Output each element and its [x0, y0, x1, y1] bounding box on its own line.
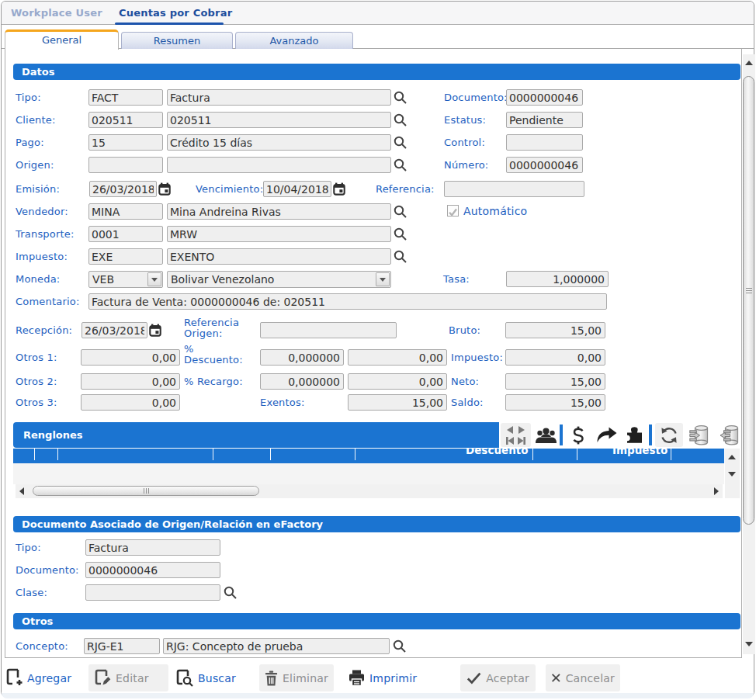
concepto-desc-input[interactable] — [163, 638, 390, 654]
numero-input[interactable] — [506, 157, 583, 173]
puzzle-icon[interactable] — [626, 426, 643, 444]
buscar-button[interactable]: Buscar — [170, 664, 242, 691]
moneda-code-dropdown-icon[interactable] — [147, 272, 161, 286]
descuento-monto-input[interactable] — [348, 349, 447, 366]
neto-label: Neto: — [451, 373, 479, 390]
grid-scroll-down-icon[interactable] — [728, 472, 736, 476]
referencia-input[interactable] — [444, 181, 584, 197]
docasoc-clase-input[interactable] — [85, 584, 220, 601]
tab-resumen[interactable]: Resumen — [121, 32, 233, 49]
main-scroll-down-icon[interactable] — [745, 642, 753, 646]
vencimiento-calendar-icon[interactable] — [333, 182, 346, 196]
main-scroll-up-icon[interactable] — [745, 61, 753, 65]
docasoc-tipo-label: Tipo: — [16, 539, 41, 556]
comentario-input[interactable] — [88, 293, 607, 310]
cliente-code-input[interactable] — [88, 112, 163, 128]
window-tab-cuentas-por-cobrar[interactable]: Cuentas por Cobrar — [119, 2, 232, 25]
descuento-pct-input[interactable] — [260, 349, 344, 366]
cancelar-button[interactable]: Cancelar — [546, 664, 620, 691]
vendedor-search-icon[interactable] — [393, 204, 408, 220]
otros1-input[interactable] — [81, 349, 180, 366]
db-import-icon[interactable] — [720, 425, 739, 445]
pago-desc-input[interactable] — [167, 134, 391, 151]
tab-avanzado[interactable]: Avanzado — [235, 32, 353, 49]
documento-input[interactable] — [506, 89, 583, 106]
vencimiento-date-input[interactable] — [263, 181, 331, 197]
saldo-label: Saldo: — [451, 394, 484, 411]
grid-scroll-right-icon[interactable] — [714, 487, 719, 495]
recepcion-calendar-icon[interactable] — [149, 324, 162, 337]
docasoc-tipo-input[interactable] — [85, 539, 220, 556]
impuesto-desc-input[interactable] — [167, 248, 391, 265]
origen-desc-input[interactable] — [167, 157, 391, 173]
nav-arrows-button[interactable] — [501, 423, 531, 447]
dollar-icon[interactable] — [572, 426, 584, 445]
aceptar-button[interactable]: Aceptar — [460, 664, 536, 691]
origen-code-input[interactable] — [88, 157, 163, 173]
recargo-pct-input[interactable] — [260, 373, 344, 390]
estatus-input[interactable] — [506, 112, 583, 128]
share-arrow-icon[interactable] — [596, 427, 617, 443]
recargo-monto-input[interactable] — [348, 373, 447, 390]
main-vscrollbar-thumb[interactable] — [743, 76, 754, 525]
emision-label: Emisión: — [16, 181, 60, 197]
otros3-label: Otros 3: — [16, 394, 57, 411]
emision-calendar-icon[interactable] — [158, 182, 172, 196]
grid-hscrollbar[interactable] — [16, 484, 723, 498]
moneda-code-select[interactable]: VEB — [88, 271, 163, 288]
tab-general[interactable]: General — [5, 29, 119, 50]
users-icon[interactable] — [535, 427, 557, 444]
vendedor-code-input[interactable] — [88, 203, 163, 220]
control-input[interactable] — [506, 134, 583, 151]
cliente-search-icon[interactable] — [393, 113, 408, 128]
transporte-desc-input[interactable] — [167, 226, 391, 242]
grid-body[interactable] — [13, 463, 724, 484]
recepcion-date-input[interactable] — [81, 322, 147, 338]
imprimir-button[interactable]: Imprimir — [342, 664, 423, 691]
eliminar-button[interactable]: Eliminar — [259, 664, 334, 691]
tasa-input[interactable] — [506, 271, 609, 287]
vendedor-desc-input[interactable] — [167, 203, 391, 220]
grid-hscrollbar-thumb[interactable] — [33, 486, 259, 496]
origen-search-icon[interactable] — [393, 158, 408, 173]
docasoc-documento-input[interactable] — [85, 562, 220, 578]
emision-date-input[interactable] — [89, 181, 157, 197]
transporte-code-input[interactable] — [88, 226, 163, 242]
agregar-button[interactable]: Agregar — [2, 664, 76, 691]
docasoc-clase-search-icon[interactable] — [223, 585, 238, 601]
impuesto-total-input[interactable] — [505, 349, 605, 366]
impuesto-search-icon[interactable] — [393, 249, 408, 265]
concepto-code-input[interactable] — [84, 638, 160, 654]
moneda-desc-value: Bolivar Venezolano — [171, 273, 274, 286]
tipo-code-input[interactable] — [88, 89, 163, 106]
pago-code-input[interactable] — [88, 134, 163, 151]
nav-arrows-icon — [503, 425, 529, 445]
window-tab-workplace-user[interactable]: Workplace User — [11, 2, 102, 25]
automatico-checkbox[interactable] — [447, 205, 459, 217]
impuesto-code-input[interactable] — [88, 248, 163, 265]
refresh-button[interactable] — [655, 423, 683, 447]
tipo-search-icon[interactable] — [393, 90, 408, 106]
otros2-input[interactable] — [81, 373, 180, 390]
editar-button[interactable]: Editar — [88, 664, 168, 691]
numero-label: Número: — [444, 157, 488, 173]
moneda-desc-dropdown-icon[interactable] — [376, 272, 390, 286]
otros3-input[interactable] — [81, 394, 180, 411]
referencia-origen-input[interactable] — [260, 322, 397, 338]
agregar-label: Agregar — [27, 672, 71, 684]
grid-vscrollbar[interactable] — [725, 449, 740, 484]
concepto-search-icon[interactable] — [392, 639, 407, 654]
exentos-input[interactable] — [348, 394, 447, 411]
cliente-desc-input[interactable] — [167, 112, 391, 128]
neto-input[interactable] — [505, 373, 605, 390]
grid-scroll-left-icon[interactable] — [19, 487, 24, 495]
bruto-input[interactable] — [505, 322, 605, 338]
db-export-icon[interactable] — [689, 425, 709, 445]
grid-scroll-up-icon[interactable] — [728, 455, 736, 459]
saldo-input[interactable] — [505, 394, 605, 411]
main-vscrollbar[interactable] — [743, 54, 755, 654]
moneda-desc-select[interactable]: Bolivar Venezolano — [167, 271, 391, 288]
transporte-search-icon[interactable] — [393, 227, 408, 242]
pago-search-icon[interactable] — [393, 135, 408, 151]
tipo-desc-input[interactable] — [167, 89, 391, 106]
